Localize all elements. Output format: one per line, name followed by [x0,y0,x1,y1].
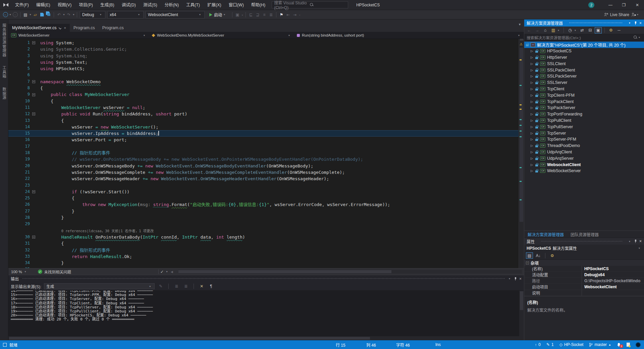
code-line[interactable]: 29 [8,221,519,227]
se-options-caret-icon[interactable]: ▾ [629,21,632,24]
expand-arrow-icon[interactable]: ▷ [531,112,534,116]
se-unload-icon[interactable]: ─ [615,27,623,34]
background-tasks-icon[interactable] [3,343,7,347]
tab-close-icon[interactable]: × [64,26,66,30]
collapse-region-icon[interactable] [32,41,35,44]
solution-explorer-search[interactable]: 搜索解决方案资源管理器(Ctrl+;) ▾ [524,34,644,41]
navigate-back-icon[interactable]: ← [2,11,9,18]
menu-item[interactable]: 扩展(X) [204,0,225,10]
project-node[interactable]: ▷C#SSLServer [524,80,644,86]
indent-decrease-icon[interactable]: ≡ [261,11,268,18]
bookmark-icon[interactable]: ⚑ [278,11,285,18]
project-node[interactable]: ▷C#SSLPackServer [524,73,644,80]
repository-button[interactable]: ◇ HP-Socket [559,342,584,347]
undo-icon[interactable]: ↶ [56,11,62,18]
redo-caret-icon[interactable]: ▾ [72,11,75,18]
project-node[interactable]: ▷C#SSLClient [524,60,644,67]
codelens-row[interactable]: 0 references|ldcsaa，30 天前|1 名作者，1 项更改 [8,228,519,234]
property-pages-wrench-icon[interactable]: ⚙ [549,252,556,259]
clear-output-icon[interactable]: ✕ [198,283,205,290]
expand-arrow-icon[interactable]: ▷ [531,119,534,122]
restore-button[interactable]: ❐ [617,0,631,10]
next-message-icon[interactable]: ≣ [182,283,189,290]
open-file-icon[interactable]: ▱ [32,11,39,18]
menu-item[interactable]: 帮助(H) [248,0,269,10]
account-button[interactable] [636,342,641,347]
se-pin-icon[interactable] [635,21,637,25]
project-node[interactable]: ▷C#TcpPackServer [524,105,644,111]
se-home-icon[interactable]: ⌂ [542,27,549,34]
property-row[interactable]: (名称)HPSocketCS [524,266,644,272]
categorized-view-icon[interactable]: ▤ [526,252,533,259]
document-tab[interactable]: MyWebSocketServer.cs× [8,24,70,32]
code-line[interactable]: 9 public class MyWebSocketServer [8,91,519,98]
feedback-button[interactable]: ▾ [631,12,640,17]
step-over-icon[interactable]: ⊒ [254,11,261,18]
se-pending-changes-filter-icon[interactable]: ◷ [567,27,574,34]
side-tool-tab[interactable]: 数据源 [1,87,7,100]
code-line[interactable]: 15 wsServer.IpAddress = bindAddress; [8,130,519,137]
property-value[interactable] [582,290,644,296]
collapse-region-icon[interactable] [32,112,35,115]
code-line[interactable]: 23 [8,182,519,189]
indent-increase-icon[interactable]: ≣ [268,11,274,18]
code-line[interactable]: 13 { [8,117,519,124]
code-line[interactable]: 2using System.Collections.Generic; [8,46,519,52]
output-content[interactable]: 14>─────── 已启动清理: 项目: TcpClient-PFM, 配置:… [8,291,524,336]
code-line[interactable]: 26 throw new MyException(msg: string.For… [8,201,519,208]
navigate-back-caret-icon[interactable]: ▾ [9,11,12,18]
menu-item[interactable]: 文件(F) [11,0,33,10]
code-line[interactable]: 7namespace WebSocketDemo [8,79,519,85]
outlining-margin[interactable] [30,91,37,98]
save-icon[interactable] [39,11,45,18]
project-node[interactable]: ▷C#TcpServer [524,130,644,136]
se-switch-views-caret-icon[interactable]: ▾ [558,29,561,32]
property-value[interactable]: G:\Projects\HP-Socket\Windo [582,278,644,284]
collapse-region-icon[interactable] [32,80,35,83]
project-node[interactable]: ▷C#WebsocketClient [524,161,644,168]
redo-icon[interactable]: ↷ [65,11,72,18]
code-line[interactable]: 30 HandleResult OnPointerDataBody(IntPtr… [8,234,519,240]
menu-item[interactable]: 工具(T) [182,0,204,10]
undo-caret-icon[interactable]: ▾ [62,11,65,18]
properties-titlebar[interactable]: 属性 ▾ × [524,238,644,245]
expand-arrow-icon[interactable]: ▷ [531,62,534,65]
code-cleanup-caret-icon[interactable]: ▾ [165,268,168,276]
code-line[interactable]: 32 // 指针形式的事件 [8,247,519,253]
expand-arrow-icon[interactable]: ▷ [531,150,534,154]
project-node[interactable]: ▷C#TcpPullServer [524,123,644,130]
document-list-caret-icon[interactable]: ▼ [518,23,521,26]
expand-arrow-icon[interactable]: ▷ [531,169,534,172]
properties-close-icon[interactable]: × [639,239,642,244]
expand-arrow-icon[interactable]: ▷ [531,163,534,166]
code-line[interactable]: 25 { [8,195,519,201]
se-back-icon[interactable]: ← [526,27,533,34]
expand-arrow-icon[interactable]: ▷ [531,87,534,91]
outlining-margin[interactable] [30,234,37,240]
breadcrumb-caret-icon[interactable]: ▾ [288,34,291,37]
zoom-control[interactable]: 100 % ▾ [8,270,31,274]
solution-explorer-titlebar[interactable]: 解决方案资源管理器 ▾ × [524,19,644,27]
menu-item[interactable]: 测试(S) [140,0,161,10]
expand-arrow-icon[interactable]: ▷ [531,100,534,103]
status-column[interactable]: 列 46 [366,340,376,349]
code-line[interactable]: 28 } [8,214,519,221]
document-tab[interactable]: Program.cs [99,24,127,32]
status-insert-mode[interactable]: Ins [435,340,441,349]
feedback-status-button[interactable] [627,343,630,347]
quick-search-box[interactable]: 搜索 Visual Studio (Ctrl+Q) [272,1,348,8]
outlining-margin[interactable] [30,40,37,46]
status-character[interactable]: 字符 46 [396,340,410,349]
expand-arrow-icon[interactable]: ▷ [531,132,534,135]
platform-dropdown[interactable]: x64▾ [107,11,144,18]
output-vertical-scrollbar[interactable] [519,291,524,336]
property-value[interactable]: HPSocketCS [582,266,644,271]
breadcrumb-caret-icon[interactable]: ▾ [144,34,147,37]
breadcrumb-segment[interactable]: Run(string bindAddress, ushort port)▾ [294,32,524,39]
collapse-region-icon[interactable] [32,93,35,96]
editor-horizontal-scrollbar[interactable] [178,270,522,273]
project-node[interactable]: ▷C#TcpClient-PFM [524,92,644,98]
code-line[interactable]: 17 [8,143,519,150]
project-node[interactable]: ▷C#HttpServer [524,54,644,61]
menu-item[interactable]: 项目(P) [75,0,97,10]
